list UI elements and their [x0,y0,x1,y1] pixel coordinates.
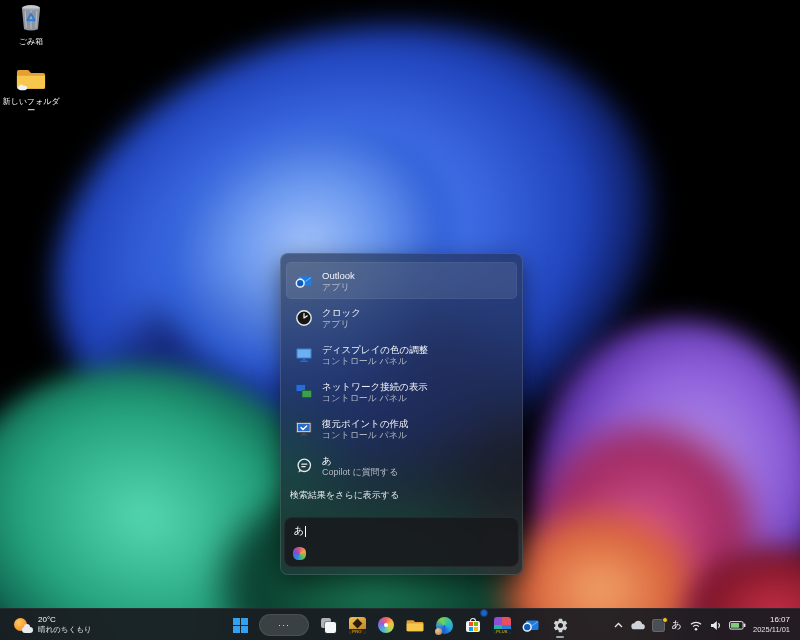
weather-widget[interactable]: 20°C 晴れのちくもり [8,609,98,640]
taskbar-search-button[interactable]: ··· [259,614,309,636]
taskbar-app-pro[interactable]: PRO [344,611,370,639]
outlook-button[interactable] [518,611,544,639]
weather-temperature: 20°C [38,615,92,625]
desktop-icon-recycle-bin[interactable]: ごみ箱 [0,2,62,46]
search-result-clock[interactable]: クロック アプリ [286,299,517,336]
search-input-box[interactable]: あ [284,517,519,567]
clock-app-icon [295,309,313,327]
result-title: 復元ポイントの作成 [322,418,409,429]
edge-button[interactable] [431,611,457,639]
hidden-icons-button[interactable] [613,620,624,631]
onedrive-button[interactable] [631,620,645,630]
desktop-icon-new-folder[interactable]: 新しいフォルダー [0,66,62,115]
wifi-icon [689,620,703,631]
plus-app-icon: PLUS [494,617,511,634]
start-button[interactable] [227,611,253,639]
cloud-icon [631,620,645,630]
wifi-button[interactable] [689,620,703,631]
result-subtitle: アプリ [322,319,361,329]
search-input[interactable]: あ [294,524,306,538]
search-result-outlook[interactable]: Outlook アプリ [286,262,517,299]
tray-time: 16:07 [770,615,790,625]
search-flyout: Outlook アプリ クロック アプリ [280,253,523,575]
result-title: ネットワーク接続の表示 [322,381,428,392]
search-result-network[interactable]: ネットワーク接続の表示 コントロール パネル [286,373,517,410]
search-result-restore-point[interactable]: 復元ポイントの作成 コントロール パネル [286,410,517,447]
recycle-bin-icon [18,2,44,36]
speaker-icon [710,620,722,631]
volume-button[interactable] [710,620,722,631]
windows-logo-icon [233,618,248,633]
result-title: ディスプレイの色の調整 [322,344,428,355]
system-tray: あ [613,609,800,640]
outlook-icon [295,272,313,290]
desktop-icon-label: ごみ箱 [0,37,62,46]
plus-badge: PLUS [494,629,511,634]
task-view-button[interactable] [315,611,341,639]
search-result-copilot-ask[interactable]: あ Copilot に質問する [286,447,517,484]
weather-sun-cloud-icon [14,617,33,634]
network-icon [295,383,313,401]
result-subtitle: コントロール パネル [322,430,409,440]
microsoft-store-button[interactable] [460,611,486,639]
copilot-icon[interactable] [293,547,306,560]
settings-button[interactable] [547,611,573,639]
result-title: クロック [322,307,361,318]
folder-icon [406,618,424,633]
pro-badge: PRO [349,629,366,634]
running-app-indicator [556,636,564,638]
edge-icon [436,617,453,634]
result-title: Outlook [322,270,355,281]
battery-button[interactable] [729,621,746,630]
gear-icon [552,617,569,634]
search-input-value: あ [294,524,304,538]
stacked-windows-icon [320,617,336,633]
desktop-icon-label: 新しいフォルダー [0,97,62,115]
search-result-display-color[interactable]: ディスプレイの色の調整 コントロール パネル [286,336,517,373]
taskbar-app-pinwheel[interactable] [373,611,399,639]
pinwheel-app-icon [378,617,394,633]
search-pill-dots: ··· [278,620,290,630]
taskbar-app-plus[interactable]: PLUS [489,611,515,639]
folder-icon [16,66,46,96]
result-subtitle: Copilot に質問する [322,467,398,477]
gold-pro-app-icon: PRO [349,617,366,634]
store-notification-badge [480,609,488,617]
result-subtitle: コントロール パネル [322,356,428,366]
restore-point-icon [295,420,313,438]
outlook-icon [522,616,540,634]
search-results-list: Outlook アプリ クロック アプリ [281,254,522,484]
taskbar-center-icons: ··· PRO [227,609,573,640]
show-more-results-link[interactable]: 検索結果をさらに表示する [290,489,522,502]
file-explorer-button[interactable] [402,611,428,639]
text-caret [305,526,306,537]
weather-condition: 晴れのちくもり [38,625,92,635]
display-icon [295,346,313,364]
desktop: ごみ箱 新しいフォルダー [0,0,800,640]
tray-date: 2025/11/01 [753,625,790,635]
tray-alert-app-button[interactable] [652,619,665,632]
taskbar: 20°C 晴れのちくもり ··· [0,608,800,640]
result-subtitle: アプリ [322,282,355,292]
store-icon [465,618,481,633]
chevron-up-icon [613,620,624,631]
alert-badge [662,617,668,623]
result-subtitle: コントロール パネル [322,393,428,403]
ime-indicator[interactable]: あ [672,618,682,632]
result-title: あ [322,455,398,466]
battery-icon [729,621,746,630]
clock-widget[interactable]: 16:07 2025/11/01 [753,615,790,635]
copilot-chat-icon [295,457,313,475]
